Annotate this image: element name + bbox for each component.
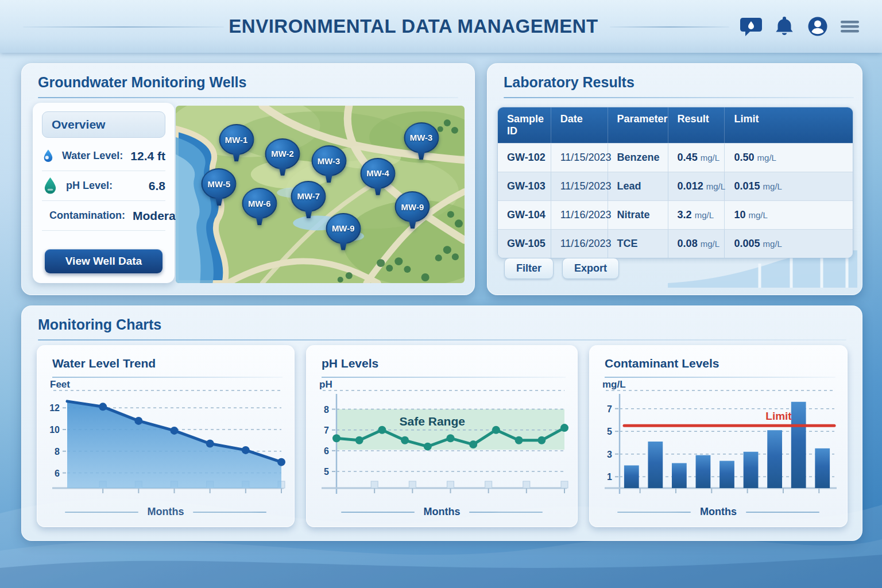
well-marker-head: MW-6 xyxy=(242,188,277,219)
charts-title-underline xyxy=(38,339,846,341)
table-cell: 11/16/2023 xyxy=(551,201,608,229)
well-marker-label: MW-4 xyxy=(366,168,389,178)
well-marker[interactable]: MW-5 xyxy=(202,168,237,206)
svg-text:5: 5 xyxy=(607,427,612,436)
well-marker-head: MW-7 xyxy=(291,181,326,212)
table-cell: TCE xyxy=(608,230,668,258)
well-marker[interactable]: MW-9 xyxy=(326,213,361,250)
x-axis-label-row: Months xyxy=(307,506,577,518)
divider xyxy=(65,512,138,513)
well-marker-label: MW-3 xyxy=(318,156,341,166)
water-level-label: Water Level: xyxy=(62,150,123,162)
bell-icon[interactable] xyxy=(772,14,797,39)
user-avatar-icon[interactable] xyxy=(805,14,830,39)
table-cell: GW-105 xyxy=(498,230,551,258)
monitoring-charts-panel: Monitoring Charts Water Level Trend Feet… xyxy=(21,305,862,541)
view-well-data-button[interactable]: View Well Data xyxy=(45,249,163,273)
table-cell: 0.012 mg/L xyxy=(668,172,725,200)
table-cell: GW-104 xyxy=(498,201,551,229)
lab-title-underline xyxy=(504,97,854,98)
well-marker-head: MW-3 xyxy=(404,122,439,153)
table-row[interactable]: GW-10311/15/2023Lead0.012 mg/L0.015 mg/L xyxy=(498,172,853,200)
table-cell: GW-103 xyxy=(498,172,551,200)
well-marker-head: MW-4 xyxy=(361,158,396,189)
well-marker-head: MW-1 xyxy=(219,124,254,155)
chat-icon[interactable] xyxy=(738,14,764,39)
column-header[interactable]: Parameter xyxy=(608,107,668,143)
lab-panel-title: Laboratory Results xyxy=(504,74,635,91)
water-level-trend-card: Water Level Trend Feet 121086 Months xyxy=(37,345,295,527)
ph-level-value: 6.8 xyxy=(149,179,165,193)
svg-text:8: 8 xyxy=(55,447,60,457)
well-marker[interactable]: MW-2 xyxy=(265,138,300,176)
x-axis-label: Months xyxy=(700,506,737,518)
ph-level-label: pH Level: xyxy=(66,180,113,192)
contamination-label: Contamination: xyxy=(49,210,125,222)
table-row[interactable]: GW-10211/15/2023Benzene0.45 mg/L0.50 mg/… xyxy=(498,143,853,172)
well-marker[interactable]: MW-3 xyxy=(311,145,346,183)
menu-icon[interactable] xyxy=(838,14,861,39)
divider xyxy=(617,512,691,513)
svg-text:1: 1 xyxy=(607,472,612,482)
table-cell: 11/16/2023 xyxy=(551,230,608,258)
ph-level-stat: pH Level: 6.8 xyxy=(33,171,175,200)
x-axis-label-row: Months xyxy=(590,506,847,518)
well-marker-label: MW-7 xyxy=(297,191,320,201)
table-cell: 0.005 mg/L xyxy=(725,230,852,258)
table-row[interactable]: GW-10511/16/2023TCE0.08 mg/L0.005 mg/L xyxy=(498,229,853,258)
contaminant-levels-chart: 7531Limit xyxy=(593,382,844,497)
contamination-stat: Contamination: Moderate xyxy=(33,201,175,230)
svg-text:7: 7 xyxy=(607,404,612,414)
table-cell: Nitrate xyxy=(608,201,668,229)
well-marker[interactable]: MW-9 xyxy=(395,191,430,229)
well-marker[interactable]: MW-7 xyxy=(291,181,326,218)
chart-title: Contaminant Levels xyxy=(605,357,719,370)
x-axis-label-row: Months xyxy=(37,506,294,518)
wells-panel-title: Groundwater Monitoring Wells xyxy=(38,74,246,91)
lab-table-header: Sample IDDateParameterResultLimit xyxy=(498,107,853,143)
water-level-chart: 121086 xyxy=(41,382,291,497)
column-header[interactable]: Limit xyxy=(725,107,852,143)
well-marker[interactable]: MW-6 xyxy=(242,188,277,225)
page: ENVIRONMENTAL DATA MANAGEMENT xyxy=(0,0,882,588)
table-row[interactable]: GW-10411/16/2023Nitrate3.2 mg/L10 mg/L xyxy=(498,200,853,229)
header: ENVIRONMENTAL DATA MANAGEMENT xyxy=(0,0,882,53)
well-marker-label: MW-6 xyxy=(248,199,271,208)
divider xyxy=(52,377,283,378)
column-header[interactable]: Date xyxy=(551,107,608,143)
svg-text:12: 12 xyxy=(49,403,60,413)
well-marker-label: MW-9 xyxy=(332,223,355,233)
svg-text:Limit: Limit xyxy=(765,410,792,422)
well-marker[interactable]: MW-1 xyxy=(219,124,254,161)
column-header[interactable]: Sample ID xyxy=(498,107,551,143)
well-marker-stem xyxy=(339,242,348,250)
filter-button[interactable]: Filter xyxy=(504,258,554,279)
well-marker-label: MW-5 xyxy=(208,179,231,189)
well-marker-stem xyxy=(304,210,313,218)
table-cell: Lead xyxy=(608,172,668,200)
header-divider-right xyxy=(610,26,729,28)
well-marker-label: MW-2 xyxy=(271,149,294,158)
table-cell: 10 mg/L xyxy=(725,201,852,229)
well-marker[interactable]: MW-3 xyxy=(404,122,439,160)
divider xyxy=(42,230,165,231)
svg-text:3: 3 xyxy=(607,450,612,459)
well-marker-stem xyxy=(408,220,417,229)
well-marker-stem xyxy=(373,187,382,195)
table-cell: 0.015 mg/L xyxy=(725,172,852,200)
wells-title-underline xyxy=(38,97,458,98)
well-marker-stem xyxy=(214,198,223,206)
svg-text:7: 7 xyxy=(324,425,329,435)
water-level-value: 12.4 ft xyxy=(130,149,165,163)
svg-text:6: 6 xyxy=(55,469,60,478)
water-level-stat: Water Level: 12.4 ft xyxy=(33,141,175,171)
divider xyxy=(605,377,835,378)
svg-text:Safe Range: Safe Range xyxy=(400,415,465,428)
well-marker-head: MW-9 xyxy=(326,213,361,244)
export-button[interactable]: Export xyxy=(562,258,619,279)
table-cell: 11/15/2023 xyxy=(551,144,608,172)
well-marker[interactable]: MW-4 xyxy=(361,158,396,195)
column-header[interactable]: Result xyxy=(668,107,725,143)
ph-drop-icon xyxy=(42,176,59,195)
contaminant-levels-card: Contaminant Levels mg/L 7531Limit Months xyxy=(589,345,848,527)
